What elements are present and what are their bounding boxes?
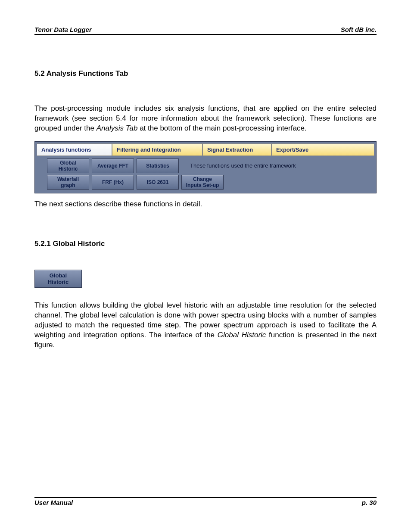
para3-emphasis: Global Historic <box>218 331 266 339</box>
waterfall-l2: graph <box>61 182 75 188</box>
statistics-button[interactable]: Statistics <box>137 159 179 173</box>
iso-2631-button[interactable]: ISO 2631 <box>137 175 179 190</box>
tab-export-save[interactable]: Export/Save <box>271 143 374 156</box>
global-historic-standalone-button[interactable]: Global Historic <box>34 270 82 288</box>
tab-signal-extraction[interactable]: Signal Extraction <box>202 143 271 156</box>
average-fft-label: Average FFT <box>97 163 128 169</box>
header-right: Soft dB inc. <box>341 26 377 33</box>
header-left: Tenor Data Logger <box>34 26 92 33</box>
global-historic-l2: Historic <box>59 166 78 172</box>
global-historic-button[interactable]: Global Historic <box>47 159 89 173</box>
page-footer: User Manual p. 30 <box>34 497 377 506</box>
paragraph-global-historic: This function allows building the global… <box>34 301 377 350</box>
footer-left: User Manual <box>34 499 73 506</box>
panel-note: These functions used the entire framewor… <box>190 162 296 169</box>
page-header: Tenor Data Logger Soft dB inc. <box>34 26 377 35</box>
standalone-l1: Global <box>50 272 67 279</box>
analysis-tab-panel: Analysis functions Filtering and Integra… <box>34 141 377 193</box>
tab-analysis-functions[interactable]: Analysis functions <box>37 143 112 156</box>
frf-button[interactable]: FRF (Hx) <box>92 175 134 190</box>
section-heading: 5.2 Analysis Functions Tab <box>34 69 377 78</box>
tab-filtering-integration[interactable]: Filtering and Integration <box>112 143 202 156</box>
para1-emphasis: Analysis Tab <box>97 124 138 132</box>
button-row-2: Waterfall graph FRF (Hx) ISO 2631 Change… <box>47 175 374 190</box>
waterfall-l1: Waterfall <box>57 176 79 182</box>
button-row-1: Global Historic Average FFT Statistics T… <box>47 159 374 173</box>
statistics-label: Statistics <box>146 163 169 169</box>
change-inputs-setup-button[interactable]: Change Inputs Set-up <box>181 175 224 190</box>
change-l1: Change <box>193 176 212 182</box>
iso-label: ISO 2631 <box>147 179 169 185</box>
footer-right: p. 30 <box>362 499 377 506</box>
global-historic-l1: Global <box>60 160 76 166</box>
average-fft-button[interactable]: Average FFT <box>92 159 134 173</box>
paragraph-intro: The post-processing module includes six … <box>34 104 377 134</box>
subsection-heading: 5.2.1 Global Historic <box>34 240 377 248</box>
tab-row: Analysis functions Filtering and Integra… <box>37 143 374 156</box>
paragraph-followup: The next sections describe these functio… <box>34 199 377 209</box>
change-l2: Inputs Set-up <box>186 182 219 188</box>
waterfall-graph-button[interactable]: Waterfall graph <box>47 175 89 190</box>
standalone-l2: Historic <box>48 279 68 285</box>
frf-label: FRF (Hx) <box>102 179 124 185</box>
para1-part-b: at the bottom of the main post-processin… <box>137 124 306 132</box>
